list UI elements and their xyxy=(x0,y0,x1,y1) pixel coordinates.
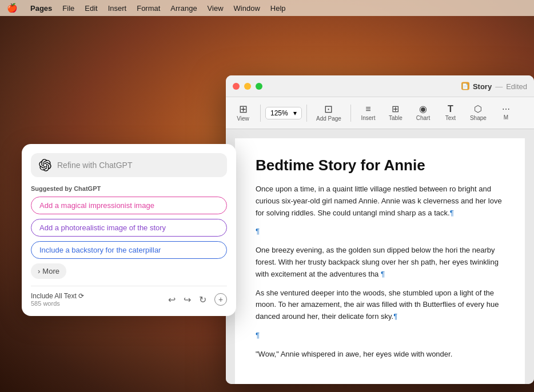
pages-window: 📄 Story — Edited ⊞ View 125% ▾ ⊡ Add Pag… xyxy=(226,75,534,384)
zoom-chevron: ▾ xyxy=(293,109,297,117)
menubar-view[interactable]: View xyxy=(208,4,224,13)
toolbar-insert[interactable]: ≡ Insert xyxy=(356,102,381,123)
chevron-down-icon: › xyxy=(38,267,40,275)
doc-para-4: "Wow," Annie whispered in awe, her eyes … xyxy=(256,349,504,361)
maximize-button[interactable] xyxy=(256,83,262,90)
pilcrow-4: ¶ xyxy=(393,312,397,321)
footer-actions: ↩ ↪ ↻ + xyxy=(168,293,227,306)
minimize-button[interactable] xyxy=(244,83,251,90)
more-toolbar-icon: ⋯ xyxy=(502,105,510,113)
menubar: 🍎 Pages File Edit Insert Format Arrange … xyxy=(0,0,534,16)
text-icon: T xyxy=(448,105,453,114)
pilcrow-1: ¶ xyxy=(450,209,454,217)
chatgpt-input[interactable]: Refine with ChatGPT xyxy=(57,161,219,170)
toolbar-shape[interactable]: ⬡ Shape xyxy=(465,102,491,123)
add-page-icon: ⊡ xyxy=(324,104,333,114)
footer-info: Include All Text ⟳ 585 words xyxy=(31,292,84,307)
pilcrow-3: ¶ xyxy=(381,270,385,278)
doc-para-3: As she ventured deeper into the woods, s… xyxy=(256,287,504,323)
close-button[interactable] xyxy=(233,83,240,90)
chatgpt-logo-icon xyxy=(39,159,51,171)
view-icon: ⊞ xyxy=(239,104,248,114)
shape-icon: ⬡ xyxy=(474,105,482,114)
shape-label: Shape xyxy=(470,115,487,121)
redo-icon[interactable]: ↪ xyxy=(184,294,191,305)
toolbar-more[interactable]: ⋯ M xyxy=(493,103,519,123)
document-title: Story xyxy=(473,82,492,90)
menubar-pages[interactable]: Pages xyxy=(30,4,52,13)
menubar-insert[interactable]: Insert xyxy=(108,4,127,13)
doc-para-1: Once upon a time, in a quaint little vil… xyxy=(256,183,504,219)
toolbar-chart[interactable]: ◉ Chart xyxy=(411,102,436,123)
toolbar-text[interactable]: T Text xyxy=(438,102,463,123)
table-label: Table xyxy=(389,115,403,121)
table-icon: ⊞ xyxy=(392,105,399,114)
include-all-text[interactable]: Include All Text ⟳ xyxy=(31,292,84,300)
apple-menu[interactable]: 🍎 xyxy=(7,3,18,13)
menubar-format[interactable]: Format xyxy=(137,4,160,13)
chart-icon: ◉ xyxy=(419,105,427,114)
toolbar-table[interactable]: ⊞ Table xyxy=(383,102,408,123)
add-icon[interactable]: + xyxy=(214,293,227,306)
toolbar-divider-2 xyxy=(306,105,307,122)
toolbar-add-page[interactable]: ⊡ Add Page xyxy=(312,102,346,124)
document-icon: 📄 xyxy=(461,82,469,90)
more-label: More xyxy=(42,267,59,275)
menubar-window[interactable]: Window xyxy=(234,4,260,13)
insert-icon: ≡ xyxy=(365,105,370,114)
insert-label: Insert xyxy=(361,115,375,121)
doc-para-break-1: ¶ xyxy=(256,226,504,238)
zoom-value: 125% xyxy=(270,109,288,117)
doc-para-break-2: ¶ xyxy=(256,330,504,342)
chart-label: Chart xyxy=(416,115,430,121)
toolbar-divider-1 xyxy=(260,105,261,122)
suggestion-photorealistic[interactable]: Add a photorealistic image of the story xyxy=(31,219,227,237)
menubar-edit[interactable]: Edit xyxy=(85,4,97,13)
undo-icon[interactable]: ↩ xyxy=(168,294,176,305)
pages-toolbar: ⊞ View 125% ▾ ⊡ Add Page ≡ Insert ⊞ Tabl… xyxy=(226,97,534,129)
doc-para-2: One breezy evening, as the golden sun di… xyxy=(256,245,504,280)
refresh-icon[interactable]: ↻ xyxy=(199,294,206,305)
toolbar-view[interactable]: ⊞ View xyxy=(230,102,256,124)
panel-footer: Include All Text ⟳ 585 words ↩ ↪ ↻ + xyxy=(31,286,227,307)
more-button[interactable]: › More xyxy=(31,263,66,279)
chatgpt-input-row[interactable]: Refine with ChatGPT xyxy=(31,153,227,177)
pages-titlebar: 📄 Story — Edited xyxy=(226,75,534,97)
more-toolbar-label: M xyxy=(504,114,508,121)
view-label: View xyxy=(237,115,249,122)
chatgpt-panel: Refine with ChatGPT Suggested by ChatGPT… xyxy=(22,144,236,316)
document-content: Bedtime Story for Annie Once upon a time… xyxy=(226,129,534,384)
menubar-help[interactable]: Help xyxy=(270,4,286,13)
document-page: Bedtime Story for Annie Once upon a time… xyxy=(235,138,525,384)
window-title-area: 📄 Story — Edited xyxy=(461,82,527,90)
menubar-file[interactable]: File xyxy=(62,4,74,13)
window-controls xyxy=(233,83,262,90)
menubar-arrange[interactable]: Arrange xyxy=(170,4,197,13)
zoom-control[interactable]: 125% ▾ xyxy=(265,107,302,119)
pilcrow-5: ¶ xyxy=(256,331,260,339)
text-label: Text xyxy=(445,115,456,121)
document-title-heading: Bedtime Story for Annie xyxy=(256,157,504,174)
words-count: 585 words xyxy=(31,300,84,307)
suggestion-magical-image[interactable]: Add a magical impressionist image xyxy=(31,197,227,214)
suggestion-backstory[interactable]: Include a backstory for the caterpillar xyxy=(31,241,227,259)
suggested-label: Suggested by ChatGPT xyxy=(31,185,227,192)
edited-label: Edited xyxy=(506,82,527,90)
toolbar-divider-3 xyxy=(350,105,351,122)
pilcrow-2: ¶ xyxy=(256,227,260,235)
add-page-label: Add Page xyxy=(316,115,341,122)
